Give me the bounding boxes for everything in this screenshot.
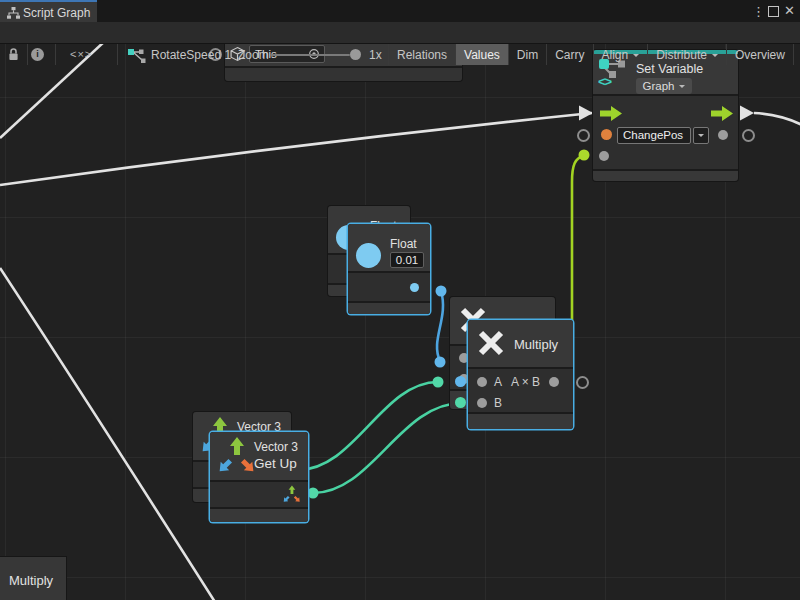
node-title: Vector 3 — [254, 440, 298, 454]
output-label: A × B — [511, 375, 540, 389]
window-close-icon[interactable]: ✕ — [784, 2, 795, 20]
node-header: Multiply — [468, 320, 573, 367]
flow-arrow-in-icon — [579, 106, 593, 121]
float-output-port[interactable] — [410, 283, 419, 292]
toolbar-divider — [117, 44, 118, 65]
distribute-dropdown-button[interactable]: Distribute — [647, 44, 726, 65]
graph-world: Float 0.01 Multiply A A × B B — [0, 44, 800, 600]
node-subtitle: Get Up — [254, 456, 297, 471]
node-title: Multiply — [514, 337, 558, 352]
wire-end-dot-lime — [579, 150, 590, 161]
carry-button[interactable]: Carry — [546, 44, 592, 65]
value-output-port[interactable] — [718, 130, 728, 140]
port-label-a: A — [494, 375, 502, 389]
value-bubble — [577, 129, 590, 142]
node-body: ChangePos — [593, 96, 738, 169]
flow-wire-out-of-set-variable[interactable] — [754, 113, 800, 125]
multiply-node-corner[interactable]: Multiply — [0, 557, 66, 600]
value-bubble — [576, 376, 589, 389]
toolbar-divider — [55, 44, 56, 65]
wire-end-dot-teal — [308, 488, 319, 499]
value-bubble — [742, 129, 755, 142]
variable-name-field[interactable]: ChangePos — [617, 127, 691, 144]
toolbar-divider — [27, 44, 28, 65]
dim-button[interactable]: Dim — [508, 44, 546, 65]
node-body — [225, 68, 462, 81]
zoom-value: 1x — [369, 48, 382, 62]
vector3-icon — [216, 436, 254, 476]
node-body: A A × B B — [468, 369, 573, 412]
float-type-icon — [356, 243, 381, 268]
node-title: Float — [390, 237, 417, 251]
multiply-icon — [476, 328, 506, 358]
node-footer — [348, 303, 430, 314]
variable-dropdown-button[interactable] — [693, 127, 709, 144]
input-port-b[interactable] — [477, 398, 487, 408]
node-header: Multiply — [0, 557, 66, 600]
variable-name-input-port[interactable] — [601, 129, 612, 140]
wire-float-to-multiply-a[interactable] — [437, 291, 443, 361]
script-graph-asset-icon — [128, 48, 147, 63]
node-header: Vector 3 Get Up — [210, 432, 308, 480]
flow-input-port[interactable] — [600, 106, 622, 121]
input-port-a[interactable] — [477, 377, 487, 387]
window-menu-icon[interactable]: ⋮ — [752, 3, 765, 21]
graph-toolbar: i <×> RotateSpeed 1 Zoom 1x Relations Va… — [0, 22, 800, 44]
flow-arrow-out-icon — [740, 106, 754, 121]
vector3-output-port[interactable] — [282, 485, 300, 504]
full-screen-button[interactable]: Full Screen — [793, 44, 800, 65]
wire-multiply-to-set-variable[interactable] — [572, 156, 584, 346]
set-variable-node[interactable]: <> Set Variable Graph ChangePos — [593, 50, 738, 181]
values-button[interactable]: Values — [455, 44, 508, 65]
flow-wire-into-set-variable[interactable] — [0, 113, 592, 185]
toolbar-button-group: Relations Values Dim Carry Align Distrib… — [388, 44, 800, 65]
chevron-down-icon — [679, 85, 685, 91]
chevron-down-icon — [712, 54, 718, 60]
tab-title: Script Graph — [23, 6, 90, 20]
zoom-slider-track[interactable] — [270, 54, 350, 56]
node-title: Multiply — [9, 573, 53, 588]
node-footer — [210, 509, 308, 522]
wire-end-dot-blue — [435, 357, 446, 368]
chevron-down-icon — [633, 54, 639, 60]
wire-getup-to-multiply-b-back[interactable] — [298, 382, 438, 470]
graph-variable-glyph: <> — [598, 74, 611, 89]
node-footer — [593, 171, 738, 181]
unity-script-graph-window: { "window": {"menu_icon": "⋮", "close_ic… — [0, 0, 800, 600]
graph-hierarchy-icon — [7, 7, 20, 19]
float-value-field[interactable]: 0.01 — [390, 252, 424, 268]
node-body — [210, 482, 308, 507]
node-header: Float 0.01 — [348, 224, 430, 271]
flow-output-port[interactable] — [711, 106, 733, 121]
multiply-node[interactable]: Multiply A A × B B — [468, 320, 573, 429]
edit-source-icon[interactable]: <×> — [70, 48, 92, 60]
wire-end-dot-blue — [455, 376, 466, 387]
tab-bar: Script Graph ⋮ ✕ — [0, 0, 800, 22]
value-input-port[interactable] — [599, 151, 609, 161]
variable-scope-dropdown[interactable]: Graph — [636, 78, 692, 94]
wire-end-dot-teal — [455, 397, 466, 408]
output-port[interactable] — [549, 377, 559, 387]
chevron-down-icon — [698, 134, 704, 140]
align-dropdown-button[interactable]: Align — [593, 44, 648, 65]
float-node[interactable]: Float 0.01 — [348, 224, 430, 314]
zoom-slider-handle[interactable] — [350, 49, 361, 60]
wire-getup-to-multiply-b-front[interactable] — [313, 403, 462, 493]
graph-name-label[interactable]: RotateSpeed 1 — [151, 48, 231, 62]
overview-button[interactable]: Overview — [726, 44, 793, 65]
zoom-label: Zoom — [238, 48, 269, 62]
wire-end-dot-blue — [436, 286, 447, 297]
node-body — [348, 273, 430, 301]
vector3-get-up-node[interactable]: Vector 3 Get Up — [210, 432, 308, 522]
wire-end-dot-teal — [433, 377, 444, 388]
node-footer — [468, 414, 573, 429]
lock-icon[interactable] — [7, 47, 20, 61]
window-maximize-icon[interactable] — [768, 6, 779, 17]
port-label-b: B — [494, 396, 502, 410]
graph-canvas[interactable]: Float 0.01 Multiply A A × B B — [0, 44, 800, 600]
tab-script-graph[interactable]: Script Graph — [0, 0, 97, 22]
scope-value: Graph — [643, 80, 675, 92]
info-icon[interactable]: i — [31, 48, 44, 61]
flow-wire-crossing-bottom[interactable] — [0, 268, 215, 600]
relations-button[interactable]: Relations — [388, 44, 455, 65]
